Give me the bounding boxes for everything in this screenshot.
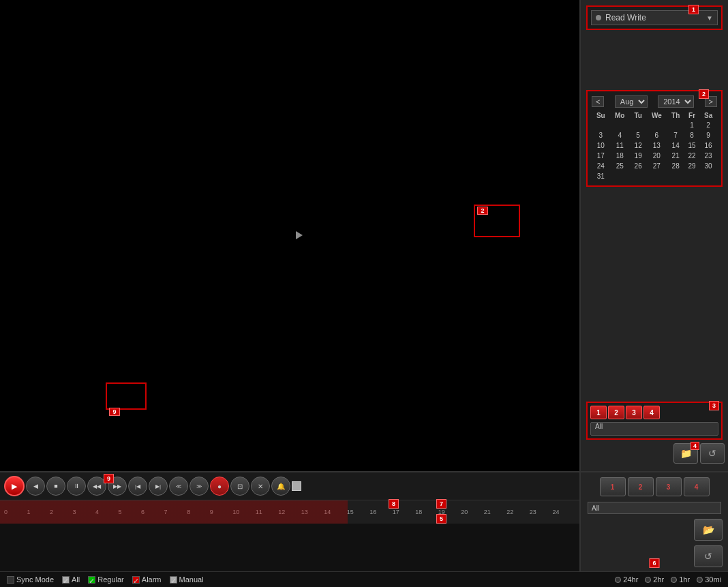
manual-checkbox[interactable]: ✓ [170, 576, 177, 584]
folder-icon: 📁 [680, 448, 692, 459]
cal-day-5-0[interactable]: 31 [592, 171, 610, 181]
ch-all-row: All [590, 422, 718, 436]
cal-day-4-5[interactable]: 29 [684, 161, 699, 171]
ch-btn-1[interactable]: 1 [590, 406, 607, 419]
cal-day-5-1 [610, 171, 630, 181]
cal-day-3-0[interactable]: 17 [592, 151, 610, 161]
icon-btn-refresh[interactable]: ↺ [700, 443, 725, 464]
time-1hr[interactable]: 1hr [671, 575, 690, 584]
cal-day-5-4 [667, 171, 684, 181]
regular-check-item[interactable]: ✓ Regular [88, 575, 124, 584]
play-button[interactable]: ▶ [4, 476, 25, 496]
cal-day-4-3[interactable]: 27 [646, 161, 667, 171]
time-2hr[interactable]: 2hr [645, 575, 664, 584]
audio-button[interactable]: 🔔 [271, 477, 290, 496]
ch-btn-4[interactable]: 4 [643, 406, 660, 419]
slow-fwd-button[interactable]: ≫ [189, 477, 209, 496]
cal-day-3-6[interactable]: 23 [699, 151, 717, 161]
time-24hr[interactable]: 24hr [615, 575, 638, 584]
cal-day-4-1[interactable]: 25 [610, 161, 630, 171]
cal-day-2-1[interactable]: 11 [610, 140, 630, 151]
ch2-icon: 2 [639, 483, 643, 491]
stop-button[interactable]: ■ [46, 477, 65, 496]
cal-day-3-2[interactable]: 19 [630, 151, 647, 161]
sidebar-ch2-btn[interactable]: 2 [628, 477, 654, 496]
sync-mode-checkbox[interactable] [7, 576, 14, 584]
cal-day-2-0[interactable]: 10 [592, 140, 610, 151]
all-text-btn[interactable]: All [588, 502, 721, 514]
step-back-button[interactable]: |◀ [128, 477, 147, 496]
cal-day-0-0 [592, 120, 610, 130]
cal-day-3-1[interactable]: 18 [610, 151, 630, 161]
snapshot-button[interactable]: ⊡ [230, 477, 249, 496]
cal-day-3-3[interactable]: 20 [646, 151, 667, 161]
cal-year-select[interactable]: 2014 [658, 95, 694, 108]
sidebar-bottom-section: 1 2 3 4 All [579, 472, 728, 571]
cal-day-3-5[interactable]: 22 [684, 151, 699, 161]
cal-day-0-1 [610, 120, 630, 130]
refresh-circle-btn[interactable]: ↺ [694, 545, 723, 567]
badge-1: 1 [688, 5, 699, 14]
sidebar-ch4-btn[interactable]: 4 [684, 477, 710, 496]
folder-open-btn[interactable]: 📂 [694, 519, 723, 541]
cal-th-fr: Fr [684, 111, 699, 120]
cal-day-1-0[interactable]: 3 [592, 130, 610, 140]
small-square-btn[interactable] [292, 481, 301, 491]
sync-mode-item[interactable]: Sync Mode [7, 575, 54, 584]
all-checkbox[interactable]: ✓ [62, 576, 70, 584]
regular-checkbox[interactable]: ✓ [88, 576, 95, 584]
cal-day-3-4[interactable]: 21 [667, 151, 684, 161]
rw-dropdown[interactable]: Read Write ▼ [591, 10, 718, 25]
delete-button[interactable]: ✕ [251, 477, 270, 496]
cal-day-2-3[interactable]: 13 [646, 140, 667, 151]
cal-month-select[interactable]: Aug [615, 95, 648, 108]
cal-day-0-6[interactable]: 2 [699, 120, 717, 130]
cal-day-2-2[interactable]: 12 [630, 140, 647, 151]
rw-label: Read Write [605, 13, 706, 22]
cal-day-1-5[interactable]: 8 [684, 130, 699, 140]
badge-6: 6 [649, 558, 659, 568]
cal-day-4-6[interactable]: 30 [699, 161, 717, 171]
cal-day-1-2[interactable]: 5 [630, 130, 647, 140]
cal-day-1-3[interactable]: 6 [646, 130, 667, 140]
cal-day-2-4[interactable]: 14 [667, 140, 684, 151]
alarm-check-item[interactable]: ✓ Alarm [132, 575, 162, 584]
alarm-label: Alarm [142, 575, 162, 584]
cal-day-1-1[interactable]: 4 [610, 130, 630, 140]
calendar-grid: Su Mo Tu We Th Fr Sa 1234567891011121314… [592, 111, 717, 181]
ch-btn-2[interactable]: 2 [608, 406, 624, 419]
ch-btn-3[interactable]: 3 [626, 406, 642, 419]
cal-day-4-4[interactable]: 28 [667, 161, 684, 171]
cal-day-4-2[interactable]: 26 [630, 161, 647, 171]
rw-status-dot [596, 15, 601, 20]
time-30mi[interactable]: 30mi [697, 575, 721, 584]
cal-day-1-6[interactable]: 9 [699, 130, 717, 140]
cal-day-0-5[interactable]: 1 [684, 120, 699, 130]
cal-day-0-3 [646, 120, 667, 130]
cal-day-2-5[interactable]: 15 [684, 140, 699, 151]
all-check-item[interactable]: ✓ All [62, 575, 80, 584]
step-fwd-button[interactable]: ▶| [149, 477, 168, 496]
video-panel[interactable]: 2 9 [0, 0, 579, 471]
cal-day-1-4[interactable]: 7 [667, 130, 684, 140]
sync-mode-label: Sync Mode [16, 575, 54, 584]
sidebar-ch1-btn[interactable]: 1 [600, 477, 626, 496]
cal-day-2-6[interactable]: 16 [699, 140, 717, 151]
rewind-button[interactable]: ◀ [26, 477, 45, 496]
slow-back-button[interactable]: ≪ [169, 477, 188, 496]
playback-controls-row: ▶ ◀ ■ ⏸ [0, 472, 579, 500]
ch-border-box: 1 2 3 4 All [586, 402, 723, 440]
record-button[interactable]: ● [210, 477, 229, 496]
alarm-checkbox[interactable]: ✓ [132, 576, 140, 584]
cal-day-4-0[interactable]: 24 [592, 161, 610, 171]
calendar-section: < Aug 2014 > Su Mo [586, 90, 723, 187]
timeline-section[interactable]: 0 1 2 3 4 5 6 7 8 9 10 11 12 13 [0, 500, 579, 524]
ch1-icon: 1 [611, 483, 615, 491]
refresh-icon: ↺ [708, 448, 716, 459]
pause-button[interactable]: ⏸ [67, 477, 86, 496]
radio-1hr [671, 577, 677, 583]
ch-all-btn[interactable]: All [590, 422, 718, 436]
cal-prev-btn[interactable]: < [592, 96, 604, 107]
sidebar-ch3-btn[interactable]: 3 [656, 477, 682, 496]
manual-check-item[interactable]: ✓ Manual [170, 575, 204, 584]
